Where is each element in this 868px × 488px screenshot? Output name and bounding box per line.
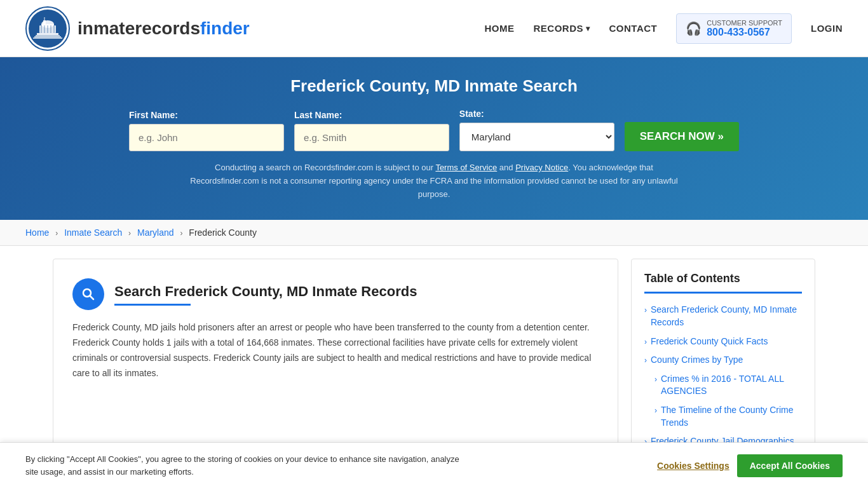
logo[interactable]: inmaterecordsfinder bbox=[25, 6, 250, 51]
search-form: First Name: Last Name: State: AlabamaAla… bbox=[129, 109, 739, 151]
sidebar: Table of Contents › Search Frederick Cou… bbox=[631, 259, 815, 467]
breadcrumb-sep-3: › bbox=[180, 229, 182, 238]
svg-rect-6 bbox=[43, 20, 46, 24]
disclaimer-text: Conducting a search on Recordsfinder.com… bbox=[186, 161, 682, 201]
toc-chevron-3: › bbox=[644, 355, 647, 366]
customer-support[interactable]: 🎧 CUSTOMER SUPPORT 800-433-0567 bbox=[676, 13, 792, 44]
cookie-actions: Cookies Settings Accept All Cookies bbox=[657, 454, 843, 477]
search-icon bbox=[72, 278, 104, 310]
breadcrumb-maryland[interactable]: Maryland bbox=[137, 227, 174, 238]
toc-item-1[interactable]: › Search Frederick County, MD Inmate Rec… bbox=[644, 304, 802, 329]
svg-rect-9 bbox=[44, 25, 45, 33]
toc-item-3[interactable]: › County Crimes by Type bbox=[644, 354, 802, 367]
content-body: Frederick County, MD jails hold prisoner… bbox=[72, 320, 599, 381]
svg-rect-5 bbox=[37, 33, 58, 35]
breadcrumb-inmate-search[interactable]: Inmate Search bbox=[64, 227, 122, 238]
svg-rect-10 bbox=[47, 25, 48, 33]
search-button[interactable]: SEARCH NOW » bbox=[625, 122, 739, 151]
nav-contact[interactable]: CONTACT bbox=[609, 23, 658, 34]
breadcrumb-current: Frederick County bbox=[189, 227, 257, 238]
logo-text: inmaterecordsfinder bbox=[78, 18, 250, 39]
toc-chevron-2: › bbox=[644, 337, 647, 348]
site-header: inmaterecordsfinder HOME RECORDS ▾ CONTA… bbox=[0, 0, 868, 57]
main-nav: HOME RECORDS ▾ CONTACT 🎧 CUSTOMER SUPPOR… bbox=[484, 13, 843, 44]
toc-item-4[interactable]: › Crimes % in 2016 - TOTAL ALL AGENCIES bbox=[644, 373, 802, 398]
section-title-text: Search Frederick County, MD Inmate Recor… bbox=[114, 283, 417, 306]
state-label: State: bbox=[459, 109, 614, 119]
toc-chevron-4: › bbox=[654, 374, 657, 385]
last-name-group: Last Name: bbox=[294, 110, 449, 151]
cookies-settings-button[interactable]: Cookies Settings bbox=[657, 461, 729, 471]
svg-rect-8 bbox=[41, 25, 42, 33]
tos-link[interactable]: Terms of Service bbox=[435, 163, 497, 172]
heading-underline bbox=[114, 304, 191, 306]
svg-rect-13 bbox=[36, 35, 60, 36]
toc-item-2[interactable]: › Frederick County Quick Facts bbox=[644, 336, 802, 348]
logo-icon bbox=[25, 6, 70, 51]
toc-chevron-1: › bbox=[644, 305, 647, 316]
main-content: Search Frederick County, MD Inmate Recor… bbox=[27, 259, 841, 467]
hero-section: Frederick County, MD Inmate Search First… bbox=[0, 57, 868, 220]
breadcrumb: Home › Inmate Search › Maryland › Freder… bbox=[0, 220, 868, 246]
hero-title: Frederick County, MD Inmate Search bbox=[25, 76, 843, 96]
section-title-area: Search Frederick County, MD Inmate Recor… bbox=[72, 278, 599, 310]
cookie-text: By clicking "Accept All Cookies", you ag… bbox=[25, 453, 470, 478]
support-details: CUSTOMER SUPPORT 800-433-0567 bbox=[707, 19, 782, 38]
svg-rect-11 bbox=[50, 25, 51, 33]
last-name-input[interactable] bbox=[294, 124, 449, 151]
breadcrumb-sep-1: › bbox=[55, 229, 58, 238]
toc-divider bbox=[644, 292, 802, 294]
nav-login[interactable]: LOGIN bbox=[811, 23, 843, 34]
svg-rect-15 bbox=[33, 37, 62, 39]
nav-home[interactable]: HOME bbox=[484, 23, 514, 34]
toc-chevron-5: › bbox=[654, 405, 657, 416]
breadcrumb-home[interactable]: Home bbox=[25, 227, 49, 238]
svg-rect-12 bbox=[53, 25, 55, 33]
privacy-link[interactable]: Privacy Notice bbox=[515, 163, 568, 172]
breadcrumb-sep-2: › bbox=[128, 229, 131, 238]
svg-line-17 bbox=[90, 296, 94, 300]
toc-title: Table of Contents bbox=[644, 272, 802, 285]
toc-box: Table of Contents › Search Frederick Cou… bbox=[631, 259, 815, 467]
nav-records[interactable]: RECORDS ▾ bbox=[533, 23, 590, 34]
svg-rect-3 bbox=[41, 24, 54, 25]
section-heading: Search Frederick County, MD Inmate Recor… bbox=[114, 283, 417, 300]
chevron-down-icon: ▾ bbox=[586, 24, 590, 33]
cookie-banner: By clicking "Accept All Cookies", you ag… bbox=[0, 442, 868, 480]
svg-rect-7 bbox=[44, 17, 45, 20]
state-group: State: AlabamaAlaskaArizonaArkansasCalif… bbox=[459, 109, 614, 151]
svg-rect-14 bbox=[34, 36, 61, 37]
first-name-group: First Name: bbox=[129, 110, 284, 151]
accept-cookies-button[interactable]: Accept All Cookies bbox=[737, 454, 843, 477]
last-name-label: Last Name: bbox=[294, 110, 449, 120]
state-select[interactable]: AlabamaAlaskaArizonaArkansasCaliforniaCo… bbox=[459, 123, 614, 151]
first-name-input[interactable] bbox=[129, 124, 284, 151]
toc-item-5[interactable]: › The Timeline of the County Crime Trend… bbox=[644, 404, 802, 429]
first-name-label: First Name: bbox=[129, 110, 284, 120]
content-area: Search Frederick County, MD Inmate Recor… bbox=[53, 259, 618, 467]
headset-icon: 🎧 bbox=[686, 21, 702, 36]
